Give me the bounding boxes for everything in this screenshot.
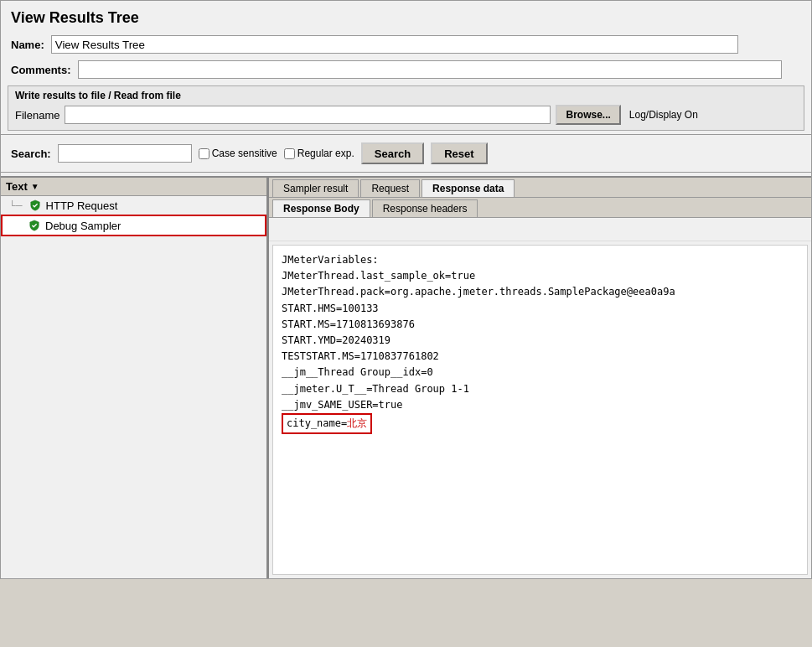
left-panel-header: Text ▼ bbox=[1, 178, 266, 196]
city-name-highlight: city_name=北京 bbox=[282, 413, 372, 434]
response-line-1: JMeterThread.last_sample_ok=true bbox=[282, 268, 799, 284]
response-line-6: TESTSTART.MS=1710837761802 bbox=[282, 349, 799, 365]
tree-item-debug-sampler[interactable]: Debug Sampler bbox=[1, 215, 266, 236]
page-title: View Results Tree bbox=[11, 9, 801, 27]
name-input[interactable] bbox=[51, 35, 738, 54]
response-toolbar bbox=[269, 218, 811, 241]
write-results-title: Write results to file / Read from file bbox=[15, 90, 797, 101]
search-label: Search: bbox=[11, 148, 51, 160]
main-panel: View Results Tree Name: Comments: Write … bbox=[0, 0, 812, 579]
divider bbox=[1, 134, 811, 135]
tree-connector-icon: └─ bbox=[9, 200, 23, 210]
tab-sampler-result[interactable]: Sampler result bbox=[272, 179, 359, 197]
tab-request[interactable]: Request bbox=[360, 179, 420, 197]
http-request-label: HTTP Request bbox=[46, 199, 118, 212]
name-row: Name: bbox=[1, 32, 811, 57]
city-name-value: 北京 bbox=[347, 417, 367, 429]
search-button[interactable]: Search bbox=[361, 142, 424, 164]
divider2 bbox=[1, 172, 811, 173]
tab-response-headers[interactable]: Response headers bbox=[372, 199, 478, 217]
filename-row: Filename Browse... Log/Display On bbox=[15, 105, 797, 125]
search-bar: Search: Case sensitive Regular exp. Sear… bbox=[1, 138, 811, 168]
debug-sampler-label: Debug Sampler bbox=[45, 220, 121, 232]
tree-item-http-request[interactable]: └─ HTTP Request bbox=[1, 196, 266, 215]
response-line-0: JMeterVariables: bbox=[282, 252, 799, 268]
case-sensitive-label[interactable]: Case sensitive bbox=[199, 148, 277, 159]
comments-label: Comments: bbox=[11, 64, 71, 76]
tab-response-data[interactable]: Response data bbox=[422, 179, 515, 197]
response-line-3: START.HMS=100133 bbox=[282, 301, 799, 317]
response-line-9: __jmv_SAME_USER=true bbox=[282, 397, 799, 413]
city-name-line: city_name=北京 bbox=[282, 413, 799, 434]
response-content[interactable]: JMeterVariables: JMeterThread.last_sampl… bbox=[272, 245, 808, 575]
title-bar: View Results Tree bbox=[1, 1, 811, 32]
regular-exp-checkbox[interactable] bbox=[284, 148, 295, 159]
content-area: Text ▼ └─ HTTP Request bbox=[1, 176, 811, 578]
sub-tab-bar: Response Body Response headers bbox=[269, 198, 811, 218]
reset-button[interactable]: Reset bbox=[431, 142, 487, 164]
response-line-5: START.YMD=20240319 bbox=[282, 333, 799, 349]
filename-label: Filename bbox=[15, 109, 59, 122]
search-input[interactable] bbox=[58, 144, 192, 163]
response-line-2: JMeterThread.pack=org.apache.jmeter.thre… bbox=[282, 284, 799, 300]
tab-response-body[interactable]: Response Body bbox=[272, 199, 370, 217]
text-column-label: Text bbox=[6, 180, 28, 193]
response-line-7: __jm__Thread Group__idx=0 bbox=[282, 365, 799, 380]
right-panel: Sampler result Request Response data Res… bbox=[269, 178, 811, 578]
filename-input[interactable] bbox=[65, 106, 551, 124]
dropdown-arrow-icon[interactable]: ▼ bbox=[31, 182, 39, 191]
regular-exp-label[interactable]: Regular exp. bbox=[284, 148, 354, 159]
case-sensitive-checkbox[interactable] bbox=[199, 148, 209, 159]
log-display-text: Log/Display On bbox=[629, 109, 698, 121]
shield-success-icon-2 bbox=[28, 219, 41, 232]
shield-success-icon bbox=[28, 199, 42, 212]
left-panel: Text ▼ └─ HTTP Request bbox=[1, 178, 269, 578]
name-label: Name: bbox=[11, 39, 44, 51]
top-tab-bar: Sampler result Request Response data bbox=[269, 178, 811, 198]
response-line-4: START.MS=1710813693876 bbox=[282, 317, 799, 333]
browse-button[interactable]: Browse... bbox=[556, 105, 620, 125]
comments-input[interactable] bbox=[78, 60, 782, 79]
write-results-section: Write results to file / Read from file F… bbox=[8, 85, 804, 131]
city-name-prefix: city_name= bbox=[287, 417, 347, 429]
response-line-8: __jmeter.U_T__=Thread Group 1-1 bbox=[282, 381, 799, 397]
comments-row: Comments: bbox=[1, 57, 811, 82]
